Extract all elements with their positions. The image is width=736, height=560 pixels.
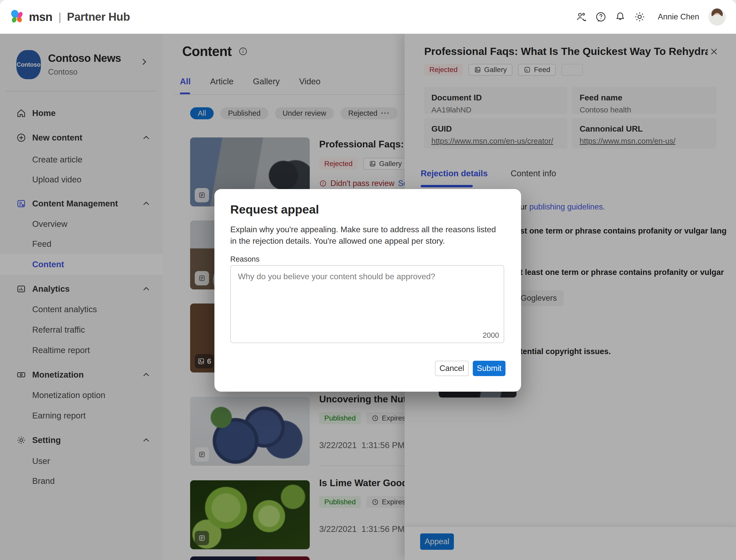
cancel-button[interactable]: Cancel <box>435 361 469 376</box>
user-name[interactable]: Annie Chen <box>658 12 699 21</box>
dialog-title: Request appeal <box>230 202 319 216</box>
char-counter: 2000 <box>469 331 499 340</box>
contacts-phone-icon[interactable] <box>576 11 587 23</box>
brand-msn: msn <box>29 10 52 24</box>
reasons-input[interactable] <box>230 265 504 343</box>
dialog-description: Explain why you're appealing. Make sure … <box>230 224 502 247</box>
brand-product: Partner Hub <box>67 10 130 23</box>
bell-icon[interactable] <box>614 11 626 23</box>
submit-button[interactable]: Submit <box>473 361 506 376</box>
reasons-label: Reasons <box>230 255 259 263</box>
header-actions: Annie Chen <box>576 0 726 34</box>
top-bar: msn | Partner Hub <box>0 0 736 34</box>
gear-icon[interactable] <box>634 11 646 23</box>
brand: msn | Partner Hub <box>9 9 130 24</box>
help-icon[interactable] <box>595 11 607 23</box>
brand-separator: | <box>58 10 61 23</box>
partner-hub-window: msn | Partner Hub <box>0 0 736 560</box>
request-appeal-dialog: Request appeal Explain why you're appeal… <box>214 189 521 392</box>
avatar[interactable] <box>708 8 726 26</box>
msn-butterfly-logo <box>9 9 25 24</box>
